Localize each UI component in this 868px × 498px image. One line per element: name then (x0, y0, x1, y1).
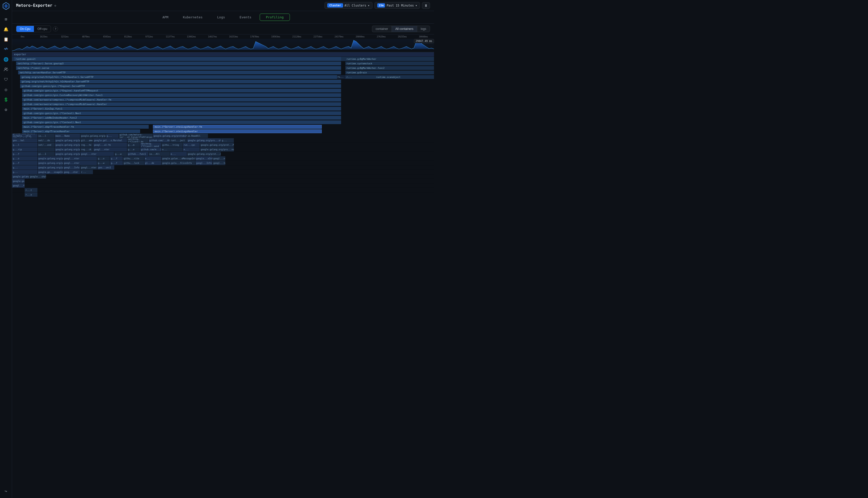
flame-bar-gcDrain[interactable]: runtime.gcDrain (345, 70, 434, 74)
flame-sub-4-d[interactable]: googl...nter (93, 147, 127, 152)
flame-sub-3-b[interactable]: net/...end (38, 143, 54, 147)
flame-bar-compress-2[interactable]: github.com/aurowora/compress.(*compressM… (22, 102, 341, 106)
flame-sub-6-j[interactable]: googl...nter (213, 156, 225, 160)
flame-bar-ebpf-fm[interactable]: main.(*Server).ebpfTracesHandler-fm (22, 125, 149, 129)
flame-sub-5-i[interactable]: google.golang.org/prot...numeMessageSlic… (187, 152, 221, 156)
flame-sub-7-e[interactable]: g...f (110, 161, 123, 165)
flame-sub-1-h[interactable]: io.ReadAll (187, 134, 208, 138)
flame-bar-scan-r[interactable]: r... (345, 75, 375, 79)
flame-sub-14-a[interactable]: r...o (25, 193, 37, 197)
sidebar-dollar-icon[interactable]: 💲 (1, 95, 11, 104)
flame-sub-1-g[interactable]: google.golang.org/protobuf/proto.Unmarsh… (153, 134, 186, 138)
flame-sub-8-b[interactable]: google.golang.org/pro...fo).unmarshalPoi… (38, 165, 63, 170)
flame-bar-serverhandler[interactable]: net/http.serverHandler.ServeHTTP (18, 70, 341, 74)
flame-sub-2-b[interactable]: net/...do (38, 138, 54, 143)
flame-bar-noindex[interactable]: main.(*Server).addNoIndexHeader.func2 (22, 116, 341, 120)
flame-sub-1-b[interactable]: io...l (38, 134, 54, 138)
flame-bar-h2c-1[interactable]: golang.org/x/net/http2/h2c.(*h2cHandler)… (20, 75, 341, 79)
flame-sub-1-c[interactable]: main...Name (55, 134, 80, 138)
flame-sub-2-c[interactable]: google.golang.org/pro...halOptions.unmar… (55, 138, 80, 143)
flame-sub-4-h[interactable]: e... (183, 147, 200, 152)
flame-sub-4-e[interactable]: g...e (127, 147, 140, 152)
flame-sub-7-c[interactable]: googl...nter (63, 161, 97, 165)
flame-bar-gcBgMarkWorker-func2[interactable]: runtime.gcBgMarkWorker.func2 (345, 66, 434, 70)
flame-sub-1-e[interactable]: g... (106, 134, 119, 138)
tab-events[interactable]: Events (233, 14, 258, 21)
flame-sub-9-b[interactable]: google.go...ssageInfo (38, 170, 63, 174)
flame-sub-2-j[interactable]: g... (221, 138, 233, 143)
flame-sub-5-a[interactable]: g...f (12, 152, 37, 156)
flame-sub-7-b[interactable]: google.golang.org/pro...sumeMessageSlice… (38, 161, 63, 165)
flame-sub-12-a[interactable]: googl...func1 (12, 183, 25, 188)
flame-sub-8-c[interactable]: googl...Info (63, 165, 80, 170)
off-cpu-button[interactable]: Off-cpu (34, 26, 51, 32)
container-button[interactable]: container (372, 26, 391, 32)
flame-sub-6-c[interactable]: googl...nter (63, 156, 97, 160)
flame-sub-7-i[interactable]: googl...Info (196, 161, 212, 165)
flame-bar-otei-logs-fm[interactable]: main.(*Server).oteiLogsHandler-fm (153, 125, 322, 129)
flame-bar-next-1[interactable]: github.com/gin-gonic/gin.(*Context).Next (22, 111, 341, 115)
flame-bar-conn-serve[interactable]: net/http.(*conn).serve (16, 66, 341, 70)
flame-sub-4-i[interactable]: google.golang.org/pro...nshalPointer (200, 147, 233, 152)
sidebar-activity-icon[interactable] (1, 45, 11, 54)
flame-sub-5-d[interactable]: googl...nter (80, 152, 114, 156)
flame-sub-7-a[interactable]: g...f (12, 161, 37, 165)
sidebar-bell-icon[interactable]: 🔔 (1, 25, 11, 34)
cluster-selector[interactable]: Cluster All Clusters ▾ (324, 2, 372, 9)
flame-row-goexit[interactable]: runtime.goexit runtime.gcBgMarkWorker (12, 57, 434, 61)
flame-sub-4-a[interactable]: g...rip (12, 147, 37, 152)
flame-bar-scanobject[interactable]: runtime.scanobject (375, 75, 434, 79)
flame-sub-6-f[interactable]: githu...rite (123, 156, 144, 160)
flame-sub-1-a[interactable]: github.com/metoro-io/meto...otlp.(*Sende… (12, 134, 37, 138)
flame-sub-7-d[interactable]: g...w (97, 161, 110, 165)
flame-sub-4-c[interactable]: reg...ck (80, 147, 93, 152)
flame-bar-h2c-2[interactable]: golang.org/x/net/http2/h2c.h2cHandler.Se… (20, 80, 341, 83)
flame-sub-10-b[interactable]: google...shalPointer (29, 174, 46, 179)
flame-sub-8-d[interactable]: googl...nter (80, 165, 97, 170)
tab-apm[interactable]: APM (156, 14, 175, 21)
flame-sub-8-a[interactable]: g... (12, 165, 37, 170)
flame-sub-9-a[interactable]: g... (12, 170, 37, 174)
flame-sub-8-e[interactable]: goo...unc1 (97, 165, 114, 170)
sidebar-gear-icon[interactable]: ⚙ (1, 105, 11, 114)
tab-kubernetes[interactable]: Kubernetes (176, 14, 209, 21)
flame-sub-6-g[interactable]: e... (144, 156, 161, 160)
exporter-row[interactable]: exporter (12, 52, 434, 57)
flame-sub-5-e[interactable]: g...w (114, 152, 127, 156)
flame-sub-4-b[interactable]: google.golang.org/pro...nshalPointer (55, 147, 80, 152)
pause-button[interactable]: ⏸ (422, 2, 430, 9)
flame-sub-9-c[interactable]: goog...nter (63, 170, 80, 174)
on-cpu-button[interactable]: On-Cpu (16, 26, 34, 32)
flame-sub-1-d[interactable]: google.golang.org/protobuf/proto.Unmarsh… (80, 134, 106, 138)
flame-sub-3-c[interactable]: google.golang.org/pro...essageInfo.unmar… (55, 143, 80, 147)
flame-sub-7-j[interactable]: googl...ter (213, 161, 225, 165)
sidebar-users-icon[interactable] (1, 65, 11, 74)
flame-sub-5-c[interactable]: google.golang.org/pro...sumeMessageSlice… (55, 152, 80, 156)
flame-sub-6-d[interactable]: g...o (97, 156, 110, 160)
flame-bar-gcBgMarkWorker[interactable]: runtime.gcBgMarkWorker (345, 57, 434, 61)
flame-sub-6-a[interactable]: g...o (12, 156, 37, 160)
flame-sub-6-i[interactable]: google...eInfo (196, 156, 212, 160)
flame-sub-6-h[interactable]: google.golan...eMessageInfo (161, 156, 195, 160)
flame-sub-3-g[interactable]: net/http.(*Client).send (140, 143, 161, 147)
sidebar-shield-icon[interactable]: 🛡 (1, 75, 11, 84)
flame-bar-goexit[interactable]: runtime.goexit (14, 57, 341, 61)
time-selector[interactable]: 15m Past 15 Minutes ▾ (374, 2, 420, 9)
flame-sub-5-b[interactable]: gi...1 (38, 152, 54, 156)
flame-bar-gin-engine[interactable]: github.com/gin-gonic/gin.(*Engine).Serve… (20, 84, 341, 88)
flame-sub-2-h[interactable]: runt...ject (170, 138, 187, 143)
flame-bar-compress-1[interactable]: github.com/aurowora/compress.(*compressM… (22, 98, 341, 102)
logs-button[interactable]: logs (417, 26, 430, 32)
flame-sub-13-a[interactable]: r...t (25, 188, 37, 192)
flame-bar-recovery[interactable]: github.com/gin-gonic/gin.CustomRecoveryW… (22, 93, 341, 97)
flame-sub-2-e[interactable]: google.gol...o.Marshal (93, 138, 127, 143)
help-icon[interactable]: ? (53, 26, 58, 31)
flame-sub-3-i[interactable]: run...cpc (183, 143, 200, 147)
flame-sub-3-e[interactable]: googl...al-fm (93, 143, 127, 147)
flame-sub-7-g[interactable]: gl...de (144, 161, 161, 165)
flame-sub-3-f[interactable]: g...m (127, 143, 140, 147)
flame-sub-2-f[interactable]: net/http.(*Client).do (127, 138, 148, 143)
flame-sub-3-d[interactable]: reg...te (80, 143, 93, 147)
flame-sub-2-g[interactable]: github.com/...Attributes (149, 138, 170, 143)
sidebar-globe-icon[interactable]: 🌐 (1, 55, 11, 64)
